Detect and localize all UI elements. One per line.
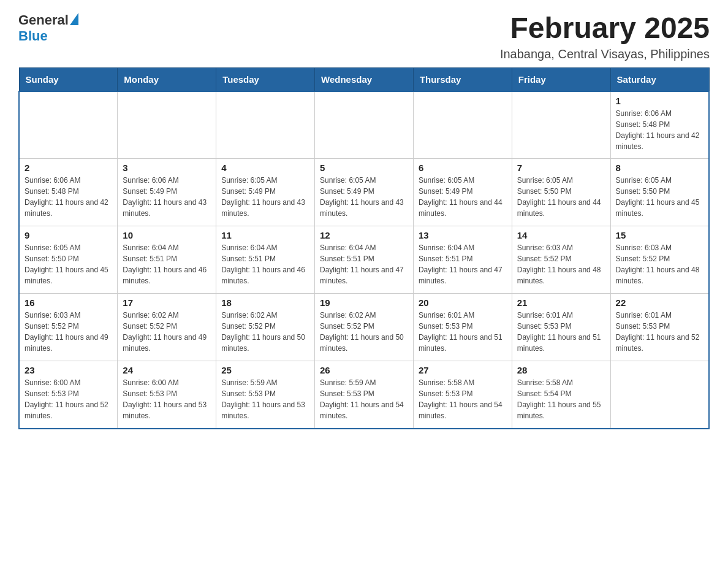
day-number: 17 [123,297,211,308]
calendar-cell [216,91,315,159]
day-info: Sunrise: 6:00 AMSunset: 5:53 PMDaylight:… [25,377,112,421]
calendar-cell: 25Sunrise: 5:59 AMSunset: 5:53 PMDayligh… [216,361,315,429]
logo-text-blue: Blue [18,28,48,44]
day-info: Sunrise: 5:58 AMSunset: 5:53 PMDaylight:… [419,377,507,421]
calendar-cell: 22Sunrise: 6:01 AMSunset: 5:53 PMDayligh… [610,294,709,361]
calendar-cell: 5Sunrise: 6:05 AMSunset: 5:49 PMDaylight… [315,159,414,226]
calendar-week-4: 16Sunrise: 6:03 AMSunset: 5:52 PMDayligh… [19,294,709,361]
day-number: 8 [616,163,703,173]
calendar-cell: 27Sunrise: 5:58 AMSunset: 5:53 PMDayligh… [413,361,512,429]
calendar-week-3: 9Sunrise: 6:05 AMSunset: 5:50 PMDaylight… [19,226,709,294]
day-info: Sunrise: 6:06 AMSunset: 5:49 PMDaylight:… [123,175,211,219]
calendar-cell: 26Sunrise: 5:59 AMSunset: 5:53 PMDayligh… [315,361,414,429]
day-number: 5 [320,163,408,173]
weekday-header-wednesday: Wednesday [315,67,414,91]
day-number: 22 [616,297,703,308]
page-header: General Blue February 2025 Inabanga, Cen… [18,12,710,61]
day-number: 14 [517,230,605,240]
day-info: Sunrise: 6:05 AMSunset: 5:50 PMDaylight:… [25,242,112,286]
calendar-cell: 7Sunrise: 6:05 AMSunset: 5:50 PMDaylight… [512,159,610,226]
day-info: Sunrise: 6:06 AMSunset: 5:48 PMDaylight:… [616,108,703,152]
day-info: Sunrise: 6:02 AMSunset: 5:52 PMDaylight:… [320,310,408,354]
calendar-cell [413,91,512,159]
day-info: Sunrise: 6:04 AMSunset: 5:51 PMDaylight:… [221,242,309,286]
weekday-header-sunday: Sunday [19,67,118,91]
calendar-cell: 2Sunrise: 6:06 AMSunset: 5:48 PMDaylight… [19,159,118,226]
day-number: 28 [517,365,605,375]
calendar-cell: 20Sunrise: 6:01 AMSunset: 5:53 PMDayligh… [413,294,512,361]
day-number: 10 [123,230,211,240]
calendar-cell: 6Sunrise: 6:05 AMSunset: 5:49 PMDaylight… [413,159,512,226]
calendar-cell: 13Sunrise: 6:04 AMSunset: 5:51 PMDayligh… [413,226,512,294]
page-title: February 2025 [500,12,710,45]
calendar-cell: 11Sunrise: 6:04 AMSunset: 5:51 PMDayligh… [216,226,315,294]
day-number: 15 [616,230,703,240]
calendar-cell [512,91,610,159]
day-number: 9 [25,230,112,240]
day-number: 2 [25,163,112,173]
weekday-header-saturday: Saturday [610,67,709,91]
day-info: Sunrise: 6:05 AMSunset: 5:49 PMDaylight:… [320,175,408,219]
day-number: 24 [123,365,211,375]
day-number: 19 [320,297,408,308]
day-number: 23 [25,365,112,375]
calendar-cell [19,91,118,159]
day-info: Sunrise: 6:05 AMSunset: 5:50 PMDaylight:… [616,175,703,219]
day-info: Sunrise: 6:02 AMSunset: 5:52 PMDaylight:… [221,310,309,354]
calendar-cell [315,91,414,159]
day-number: 16 [25,297,112,308]
day-info: Sunrise: 6:02 AMSunset: 5:52 PMDaylight:… [123,310,211,354]
day-info: Sunrise: 6:03 AMSunset: 5:52 PMDaylight:… [616,242,703,286]
day-number: 11 [221,230,309,240]
day-info: Sunrise: 6:06 AMSunset: 5:48 PMDaylight:… [25,175,112,219]
calendar-cell: 8Sunrise: 6:05 AMSunset: 5:50 PMDaylight… [610,159,709,226]
day-info: Sunrise: 5:58 AMSunset: 5:54 PMDaylight:… [517,377,605,421]
calendar-cell: 9Sunrise: 6:05 AMSunset: 5:50 PMDaylight… [19,226,118,294]
day-info: Sunrise: 6:03 AMSunset: 5:52 PMDaylight:… [517,242,605,286]
calendar-cell: 16Sunrise: 6:03 AMSunset: 5:52 PMDayligh… [19,294,118,361]
calendar-cell [610,361,709,429]
calendar-cell: 15Sunrise: 6:03 AMSunset: 5:52 PMDayligh… [610,226,709,294]
day-info: Sunrise: 6:01 AMSunset: 5:53 PMDaylight:… [419,310,507,354]
day-info: Sunrise: 6:05 AMSunset: 5:50 PMDaylight:… [517,175,605,219]
day-info: Sunrise: 6:04 AMSunset: 5:51 PMDaylight:… [123,242,211,286]
day-number: 1 [616,96,703,106]
day-info: Sunrise: 6:05 AMSunset: 5:49 PMDaylight:… [419,175,507,219]
calendar-cell: 10Sunrise: 6:04 AMSunset: 5:51 PMDayligh… [118,226,216,294]
page-subtitle: Inabanga, Central Visayas, Philippines [500,47,710,61]
day-number: 18 [221,297,309,308]
calendar-table: SundayMondayTuesdayWednesdayThursdayFrid… [18,67,710,429]
calendar-cell: 19Sunrise: 6:02 AMSunset: 5:52 PMDayligh… [315,294,414,361]
day-number: 4 [221,163,309,173]
day-info: Sunrise: 6:05 AMSunset: 5:49 PMDaylight:… [221,175,309,219]
day-info: Sunrise: 5:59 AMSunset: 5:53 PMDaylight:… [221,377,309,421]
calendar-week-1: 1Sunrise: 6:06 AMSunset: 5:48 PMDaylight… [19,91,709,159]
calendar-header-row: SundayMondayTuesdayWednesdayThursdayFrid… [19,67,709,91]
day-info: Sunrise: 6:01 AMSunset: 5:53 PMDaylight:… [616,310,703,354]
calendar-cell [118,91,216,159]
day-number: 25 [221,365,309,375]
calendar-cell: 23Sunrise: 6:00 AMSunset: 5:53 PMDayligh… [19,361,118,429]
weekday-header-tuesday: Tuesday [216,67,315,91]
day-number: 26 [320,365,408,375]
calendar-cell: 12Sunrise: 6:04 AMSunset: 5:51 PMDayligh… [315,226,414,294]
day-info: Sunrise: 6:01 AMSunset: 5:53 PMDaylight:… [517,310,605,354]
day-info: Sunrise: 6:04 AMSunset: 5:51 PMDaylight:… [419,242,507,286]
day-number: 7 [517,163,605,173]
logo-text-general: General [18,12,69,28]
calendar-cell: 4Sunrise: 6:05 AMSunset: 5:49 PMDaylight… [216,159,315,226]
title-area: February 2025 Inabanga, Central Visayas,… [500,12,710,61]
calendar-cell: 17Sunrise: 6:02 AMSunset: 5:52 PMDayligh… [118,294,216,361]
logo-triangle-icon [70,13,78,25]
weekday-header-friday: Friday [512,67,610,91]
day-number: 21 [517,297,605,308]
day-info: Sunrise: 6:00 AMSunset: 5:53 PMDaylight:… [123,377,211,421]
day-number: 3 [123,163,211,173]
calendar-cell: 21Sunrise: 6:01 AMSunset: 5:53 PMDayligh… [512,294,610,361]
calendar-cell: 1Sunrise: 6:06 AMSunset: 5:48 PMDaylight… [610,91,709,159]
day-info: Sunrise: 6:03 AMSunset: 5:52 PMDaylight:… [25,310,112,354]
calendar-cell: 18Sunrise: 6:02 AMSunset: 5:52 PMDayligh… [216,294,315,361]
weekday-header-thursday: Thursday [413,67,512,91]
day-number: 13 [419,230,507,240]
day-number: 6 [419,163,507,173]
